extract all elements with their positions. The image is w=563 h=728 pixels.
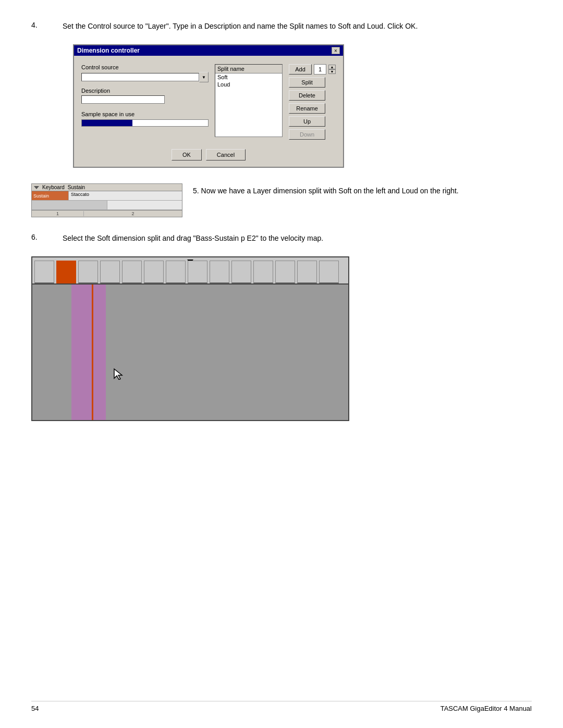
ks-cell-sustain: Sustain (32, 191, 68, 200)
step5-description: Now we have a Layer dimension split with… (199, 187, 459, 195)
ks-row2 (32, 201, 182, 210)
add-row: Add 1 ▲ ▼ (289, 64, 336, 75)
piano-key-5 (122, 261, 142, 283)
piano-key-6 (144, 261, 164, 283)
ks-footer: 1 2 (32, 210, 182, 217)
ks-cell-empty1 (107, 201, 182, 209)
svg-marker-0 (114, 369, 122, 379)
ks-row1: Sustain Staccato (32, 191, 182, 201)
step6-text: Select the Soft dimension split and drag… (63, 233, 323, 244)
ks-footer-num1: 1 (32, 211, 84, 216)
ks-triangle-icon (34, 186, 39, 189)
staccato-label: Staccato (69, 192, 89, 197)
keyboard-tab[interactable]: Keyboard (42, 184, 65, 190)
add-count-input[interactable]: 1 (314, 64, 326, 75)
piano-roll-wrapper (31, 256, 532, 421)
split-button[interactable]: Split (289, 77, 325, 88)
step6-block: 6. Select the Soft dimension split and d… (31, 233, 532, 421)
piano-key-12 (275, 261, 295, 283)
cancel-button[interactable]: Cancel (206, 149, 246, 161)
piano-key-1 (34, 261, 54, 283)
description-input[interactable]: Crossfade Layer (81, 95, 165, 104)
delete-button[interactable]: Delete (289, 90, 325, 101)
pr-gray-left (32, 285, 71, 420)
piano-keys-row (32, 257, 348, 285)
up-button[interactable]: Up (289, 116, 325, 127)
description-label: Description (81, 88, 209, 94)
split-list-header: Split name (215, 65, 282, 73)
piano-key-8 (188, 261, 207, 283)
add-button[interactable]: Add (289, 64, 312, 75)
manual-title: TASCAM GigaEditor 4 Manual (440, 705, 532, 712)
rename-button[interactable]: Rename (289, 103, 325, 114)
ks-cell-gray1 (32, 201, 107, 209)
step5-number: 5. (193, 187, 199, 195)
ok-button[interactable]: OK (172, 149, 202, 161)
sample-space-label: Sample space in use (81, 111, 209, 117)
down-button[interactable]: Down (289, 129, 325, 140)
cursor-arrow-icon (113, 368, 124, 380)
dimension-controller-dialog: Dimension controller × Control source La… (73, 44, 344, 168)
page-footer: 54 TASCAM GigaEditor 4 Manual (31, 701, 532, 712)
page-number: 54 (31, 705, 39, 712)
step6-number: 6. (31, 233, 52, 244)
keyboard-strip-wrapper: Keyboard Sustain Sustain Staccato (31, 183, 182, 217)
control-source-label: Control source (81, 64, 209, 70)
add-count-spinner: ▲ ▼ (328, 65, 336, 74)
ks-rows: Sustain Staccato (32, 191, 182, 210)
pr-orange-line (92, 285, 93, 420)
dialog-title: Dimension controller (77, 47, 140, 54)
split-item-soft[interactable]: Soft (215, 73, 282, 81)
piano-key-2 (56, 261, 76, 283)
sample-space-bar (81, 119, 209, 127)
piano-key-13 (297, 261, 317, 283)
dialog-titlebar: Dimension controller × (74, 45, 343, 56)
ks-cell-staccato: Staccato (68, 191, 182, 200)
piano-key-10 (231, 261, 251, 283)
split-list[interactable]: Split name Soft Loud (215, 64, 283, 137)
split-name-column: Split name Soft Loud (215, 64, 283, 140)
piano-roll (31, 256, 349, 421)
step5-block: Keyboard Sustain Sustain Staccato (31, 183, 532, 217)
dialog-right-column: Add 1 ▲ ▼ Split Delete Rename Up Down (289, 64, 336, 140)
keyboard-strip-header: Keyboard Sustain (32, 184, 182, 191)
spinner-up[interactable]: ▲ (328, 65, 336, 69)
pr-purple-region (71, 285, 106, 420)
step5-text: 5. Now we have a Layer dimension split w… (193, 183, 459, 196)
dialog-close-button[interactable]: × (332, 47, 340, 54)
piano-key-3 (78, 261, 98, 283)
pr-main-gray (106, 285, 348, 420)
step4-text: Set the Control source to "Layer". Type … (63, 21, 418, 32)
dialog-footer: OK Cancel (74, 145, 343, 167)
step4-number: 4. (31, 21, 52, 32)
piano-key-14 (319, 261, 339, 283)
piano-key-7 (166, 261, 186, 283)
piano-roll-main (32, 285, 348, 420)
split-item-loud[interactable]: Loud (215, 81, 282, 88)
keyboard-strip: Keyboard Sustain Sustain Staccato (31, 183, 182, 217)
control-source-input[interactable]: Layer (81, 73, 199, 81)
piano-key-4 (100, 261, 120, 283)
dialog-left-column: Control source Layer ▼ Description Cross… (81, 64, 209, 140)
control-source-dropdown-arrow[interactable]: ▼ (199, 72, 209, 82)
sustain-tab[interactable]: Sustain (68, 184, 85, 190)
ks-footer-num2: 2 (84, 211, 182, 216)
piano-key-9 (210, 261, 229, 283)
piano-key-11 (253, 261, 273, 283)
sample-space-fill (82, 120, 132, 126)
spinner-down[interactable]: ▼ (328, 69, 336, 74)
